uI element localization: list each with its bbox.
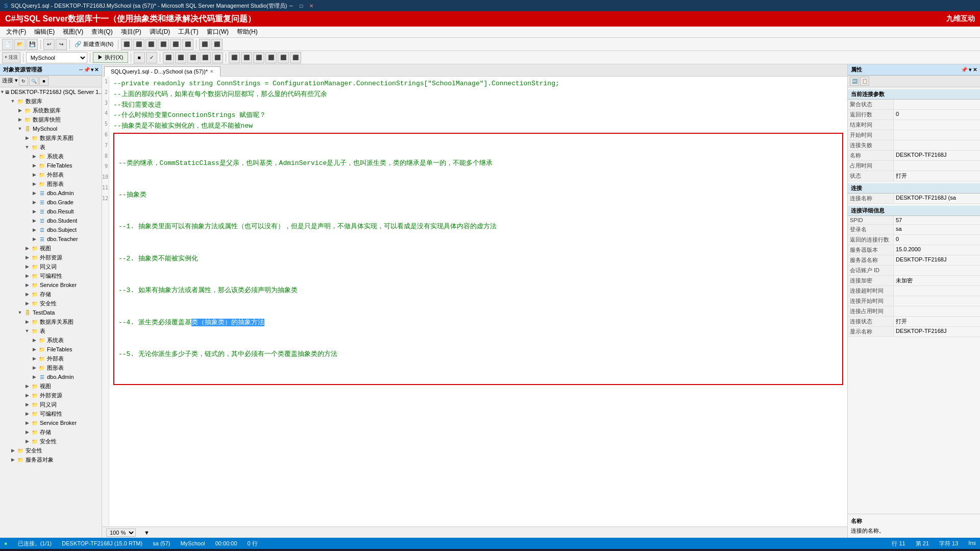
tree-service-broker-myschool[interactable]: ▶ 📁 Service Broker <box>0 280 102 290</box>
tb2-btn3[interactable]: ⬛ <box>187 52 199 63</box>
tab-query1[interactable]: SQLQuery1.sql - D...ySchool (sa (57))* ✕ <box>104 66 220 77</box>
prop-menu[interactable]: ▾ <box>969 67 971 73</box>
redo-btn[interactable]: ↪ <box>56 39 67 50</box>
tree-td-ext[interactable]: ▶ 📁 外部表 <box>0 354 102 363</box>
tree-prog[interactable]: ▶ 📁 可编程性 <box>0 271 102 280</box>
tree-toggle-systables[interactable]: ▶ <box>31 154 38 159</box>
prop-sort-btn[interactable]: 🔤 <box>850 77 859 86</box>
tree-toggle-myschool[interactable]: ▼ <box>16 126 23 131</box>
tree-td-views[interactable]: ▶ 📁 视图 <box>0 381 102 391</box>
tree-toggle-server[interactable]: ▼ <box>0 89 5 94</box>
tree-toggle-td-syn[interactable]: ▶ <box>23 402 31 407</box>
tree-server-objects[interactable]: ▶ 📁 服务器对象 <box>0 455 102 464</box>
tree-snapshots[interactable]: ▶ 📁 数据库快照 <box>0 115 102 124</box>
tb-btn3[interactable]: ⬛ <box>145 39 157 50</box>
tree-toggle-td-sb[interactable]: ▶ <box>23 420 31 425</box>
tree-dbo-admin[interactable]: ▶ ☰ dbo.Admin <box>0 188 102 198</box>
oe-connect-btn[interactable]: 连接 ▾ <box>2 77 18 86</box>
tree-toggle-td-ext[interactable]: ▶ <box>31 356 38 361</box>
tree-toggle-graph[interactable]: ▶ <box>31 181 38 186</box>
tree-td-storage[interactable]: ▶ 📁 存储 <box>0 427 102 437</box>
tb2-btn5[interactable]: ⬛ <box>212 52 223 63</box>
tree-toggle-td-ft[interactable]: ▶ <box>31 347 38 352</box>
tree-td-admin[interactable]: ▶ ☰ dbo.Admin <box>0 372 102 381</box>
oe-refresh-btn[interactable]: ↻ <box>19 77 28 86</box>
tree-toggle-sb-myschool[interactable]: ▶ <box>23 282 31 288</box>
tb2-btn8[interactable]: ⬛ <box>253 52 264 63</box>
oe-stop-btn[interactable]: ■ <box>39 77 48 86</box>
tb-btn5[interactable]: ⬛ <box>170 39 181 50</box>
tree-filetables[interactable]: ▶ 📁 FileTables <box>0 161 102 170</box>
tree-dbo-subject[interactable]: ▶ ☰ dbo.Subject <box>0 225 102 234</box>
tree-toggle-top-sec[interactable]: ▶ <box>9 448 16 453</box>
tree-dbo-grade[interactable]: ▶ ☰ dbo.Grade <box>0 198 102 207</box>
tb2-btn7[interactable]: ⬛ <box>241 52 252 63</box>
tree-storage-myschool[interactable]: ▶ 📁 存储 <box>0 290 102 299</box>
tree-toggle-td-prog[interactable]: ▶ <box>23 411 31 416</box>
tree-security-myschool[interactable]: ▶ 📁 安全性 <box>0 299 102 308</box>
tree-toggle-subject[interactable]: ▶ <box>31 227 38 232</box>
tree-toggle-teacher[interactable]: ▶ <box>31 236 38 242</box>
tree-toggle-td-views[interactable]: ▶ <box>23 384 31 389</box>
menu-window[interactable]: 窗口(W) <box>203 27 233 37</box>
tree-toggle-td-graph[interactable]: ▶ <box>31 365 38 370</box>
tree-toggle-td-dbdiagram[interactable]: ▶ <box>23 319 31 324</box>
tree-server[interactable]: ▼ 🖥 DESKTOP-TF2168J (SQL Server 1... <box>0 87 102 97</box>
tree-td-synonyms[interactable]: ▶ 📁 同义词 <box>0 400 102 409</box>
tree-synonyms[interactable]: ▶ 📁 同义词 <box>0 262 102 271</box>
tree-graph-tables[interactable]: ▶ 📁 图形表 <box>0 179 102 188</box>
tree-toggle-prog[interactable]: ▶ <box>23 273 31 278</box>
oe-filter-btn[interactable]: 🔍 <box>29 77 38 86</box>
tree-toggle-stor-ms[interactable]: ▶ <box>23 292 31 297</box>
tb-btn7[interactable]: ⬛ <box>199 39 210 50</box>
tree-toggle-synonyms[interactable]: ▶ <box>23 264 31 269</box>
tb2-btn4[interactable]: ⬛ <box>200 52 211 63</box>
prop-pin[interactable]: 📌 <box>961 67 967 73</box>
tree-toggle-td-stor[interactable]: ▶ <box>23 429 31 435</box>
tree-dbo-teacher[interactable]: ▶ ☰ dbo.Teacher <box>0 234 102 244</box>
tb2-btn9[interactable]: ⬛ <box>265 52 277 63</box>
tb2-btn10[interactable]: ⬛ <box>278 52 289 63</box>
oe-close[interactable]: ─ <box>79 67 83 73</box>
tree-toggle-td-systables[interactable]: ▶ <box>31 338 38 343</box>
tree-toggle-extres[interactable]: ▶ <box>23 255 31 260</box>
tree-toggle-databases[interactable]: ▼ <box>9 99 16 104</box>
tb2-btn1[interactable]: ⬛ <box>163 52 174 63</box>
maximize-btn[interactable]: □ <box>297 2 305 10</box>
tree-toggle-testdata[interactable]: ▼ <box>16 310 23 315</box>
tree-toggle-td-sec[interactable]: ▶ <box>23 439 31 444</box>
prop-category-btn[interactable]: 📋 <box>860 77 869 86</box>
connect-btn[interactable]: + 注注 <box>2 52 20 63</box>
minimize-btn[interactable]: ─ <box>287 2 295 10</box>
tree-dbo-student[interactable]: ▶ ☰ dbo.Student <box>0 216 102 225</box>
tree-toggle-td-admin[interactable]: ▶ <box>31 374 38 379</box>
tab-close-query1[interactable]: ✕ <box>210 69 214 74</box>
tb-btn6[interactable]: ⬛ <box>182 39 193 50</box>
open-btn[interactable]: 📂 <box>14 39 26 50</box>
tb-btn4[interactable]: ⬛ <box>158 39 169 50</box>
zoom-select[interactable]: 100 % 75 % 125 % <box>106 529 136 537</box>
tree-td-tables[interactable]: ▼ 📁 表 <box>0 326 102 336</box>
save-btn[interactable]: 💾 <box>27 39 38 50</box>
tb2-btn6[interactable]: ⬛ <box>229 52 240 63</box>
undo-btn[interactable]: ↩ <box>43 39 55 50</box>
tree-td-dbdiagram[interactable]: ▶ 📁 数据库关系图 <box>0 317 102 326</box>
tree-td-extres[interactable]: ▶ 📁 外部资源 <box>0 391 102 400</box>
oe-pin[interactable]: 📌 <box>84 67 90 73</box>
tree-td-graph[interactable]: ▶ 📁 图形表 <box>0 363 102 372</box>
tb2-btn2[interactable]: ⬛ <box>175 52 186 63</box>
tree-ext-res[interactable]: ▶ 📁 外部资源 <box>0 253 102 262</box>
tree-toggle-grade[interactable]: ▶ <box>31 200 38 205</box>
oe-close-x[interactable]: ✕ <box>94 67 99 73</box>
menu-help[interactable]: 帮助(H) <box>233 27 262 37</box>
tree-top-security[interactable]: ▶ 📁 安全性 <box>0 446 102 455</box>
menu-project[interactable]: 项目(P) <box>117 27 145 37</box>
oe-content[interactable]: ▼ 🖥 DESKTOP-TF2168J (SQL Server 1... ▼ 📁… <box>0 87 102 538</box>
tree-toggle-dbdiagram[interactable]: ▶ <box>23 135 31 140</box>
tree-toggle-systemdbs[interactable]: ▶ <box>16 108 23 113</box>
editor-area[interactable]: --private readonly string ConnStrings = … <box>109 77 847 526</box>
tb-btn1[interactable]: ⬛ <box>121 39 132 50</box>
tree-toggle-tables[interactable]: ▼ <box>23 145 31 150</box>
tree-dbo-result[interactable]: ▶ ☰ dbo.Result <box>0 207 102 216</box>
tree-toggle-ext[interactable]: ▶ <box>31 172 38 177</box>
